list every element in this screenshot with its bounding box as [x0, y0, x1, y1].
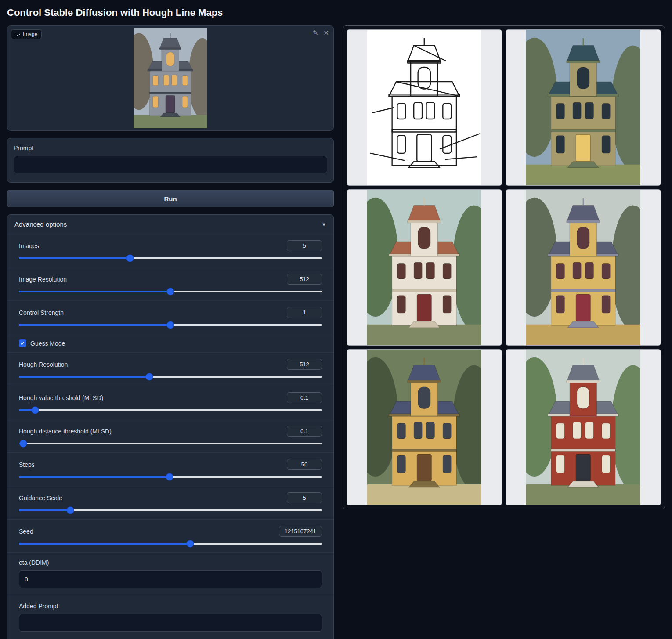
slider-fill [19, 257, 130, 259]
gallery-item-result-gold-victorian[interactable] [347, 349, 502, 505]
guess-mode-checkbox[interactable]: ✓ [19, 339, 26, 347]
slider-track[interactable] [19, 409, 322, 411]
slider-row-hough-resolution: Hough Resolution 512 [7, 352, 333, 386]
slider-value[interactable]: 1215107241 [279, 526, 322, 537]
slider-label: Steps [19, 461, 35, 468]
slider-row-images: Images 5 [7, 234, 333, 267]
field-input[interactable] [19, 614, 322, 632]
slider-row-hough-distance-threshold-mlsd: Hough distance threshold (MLSD) 0.1 [7, 419, 333, 452]
check-icon: ✓ [20, 341, 25, 346]
gallery-grid [343, 25, 665, 509]
gallery-item-result-teal-victorian[interactable] [506, 29, 661, 186]
edit-image-icon[interactable]: ✎ [313, 29, 318, 36]
slider-handle[interactable] [32, 407, 39, 414]
slider-label: Guidance Scale [19, 495, 62, 502]
slider-track[interactable] [19, 291, 322, 292]
gallery-image [526, 190, 640, 345]
slider-label: Hough distance threshold (MLSD) [19, 428, 112, 435]
slider-label: Seed [19, 528, 33, 535]
chevron-down-icon: ▼ [322, 222, 326, 227]
slider-track[interactable] [19, 257, 322, 259]
slider-value[interactable]: 5 [287, 492, 322, 503]
image-corner-actions: ✎ ✕ [313, 29, 329, 36]
input-image[interactable] [134, 28, 207, 128]
clear-image-icon[interactable]: ✕ [323, 29, 329, 36]
gallery-image [526, 350, 640, 505]
gallery-item-result-tan-victorian[interactable] [506, 189, 661, 346]
slider-handle[interactable] [127, 255, 134, 262]
gallery-item-result-white-victorian[interactable] [347, 189, 502, 346]
slider-fill [19, 509, 70, 511]
field-label: eta (DDIM) [19, 559, 322, 566]
slider-value[interactable]: 512 [287, 274, 322, 285]
slider-row-seed: Seed 1215107241 [7, 519, 333, 552]
slider-label: Control Strength [19, 309, 64, 316]
prompt-panel: Prompt [7, 138, 334, 183]
slider-fill [19, 543, 190, 545]
slider-value[interactable]: 0.1 [287, 392, 322, 403]
slider-label: Images [19, 242, 39, 249]
text-row-added-prompt: Added Prompt [7, 596, 333, 639]
slider-fill [19, 376, 149, 378]
slider-row-image-resolution: Image Resolution 512 [7, 267, 333, 300]
gallery-image [367, 30, 481, 185]
slider-handle[interactable] [167, 322, 174, 329]
slider-row-hough-value-threshold-mlsd: Hough value threshold (MLSD) 0.1 [7, 386, 333, 419]
slider-row-guidance-scale: Guidance Scale 5 [7, 486, 333, 519]
slider-fill [19, 476, 170, 478]
gallery-item-result-red-brick-victorian[interactable] [506, 349, 661, 505]
slider-value[interactable]: 512 [287, 359, 322, 370]
number-row-eta-ddim: eta (DDIM) [7, 552, 333, 596]
slider-track[interactable] [19, 509, 322, 511]
slider-handle[interactable] [166, 474, 173, 480]
prompt-input[interactable] [14, 156, 327, 173]
run-button[interactable]: Run [7, 190, 334, 207]
slider-track[interactable] [19, 376, 322, 378]
left-column: Image ✎ ✕ Prompt Run Advanced options ▼ [7, 25, 334, 639]
gallery-image [526, 30, 640, 185]
main-layout: Image ✎ ✕ Prompt Run Advanced options ▼ [7, 25, 665, 639]
field-input[interactable] [19, 570, 322, 588]
slider-fill [19, 291, 170, 292]
image-upload-panel: Image ✎ ✕ [7, 25, 334, 131]
slider-track[interactable] [19, 443, 322, 444]
slider-label: Hough Resolution [19, 361, 68, 368]
gallery-image [367, 190, 481, 345]
slider-track[interactable] [19, 324, 322, 326]
slider-fill [19, 324, 170, 326]
slider-handle[interactable] [167, 289, 174, 295]
checkbox-row-guess-mode[interactable]: ✓ Guess Mode [7, 334, 333, 352]
slider-track[interactable] [19, 476, 322, 478]
image-label-chip: Image [11, 29, 42, 39]
slider-value[interactable]: 5 [287, 240, 322, 251]
slider-handle[interactable] [187, 541, 193, 547]
slider-row-steps: Steps 50 [7, 452, 333, 486]
slider-value[interactable]: 1 [287, 307, 322, 318]
advanced-options-panel: Advanced options ▼ Images 5 Image Resolu… [7, 214, 334, 639]
slider-handle[interactable] [67, 507, 74, 514]
app-page: Control Stable Diffusion with Hough Line… [0, 0, 672, 639]
field-label: Added Prompt [19, 603, 322, 610]
prompt-label: Prompt [14, 144, 327, 152]
slider-value[interactable]: 50 [287, 459, 322, 470]
gallery-image [367, 350, 481, 505]
advanced-options-label: Advanced options [14, 220, 67, 228]
slider-value[interactable]: 0.1 [287, 426, 322, 437]
slider-track[interactable] [19, 543, 322, 545]
gallery-item-hough-line-map[interactable] [347, 29, 502, 186]
advanced-rows: Images 5 Image Resolution 512 Control St… [7, 234, 333, 639]
checkbox-label: Guess Mode [30, 340, 65, 347]
slider-label: Image Resolution [19, 276, 67, 283]
slider-label: Hough value threshold (MLSD) [19, 394, 103, 401]
slider-handle[interactable] [20, 440, 27, 447]
slider-handle[interactable] [146, 374, 152, 380]
image-label: Image [23, 31, 37, 37]
slider-row-control-strength: Control Strength 1 [7, 300, 333, 334]
advanced-options-header[interactable]: Advanced options ▼ [7, 215, 333, 234]
image-icon [15, 32, 21, 37]
page-title: Control Stable Diffusion with Hough Line… [7, 7, 665, 18]
